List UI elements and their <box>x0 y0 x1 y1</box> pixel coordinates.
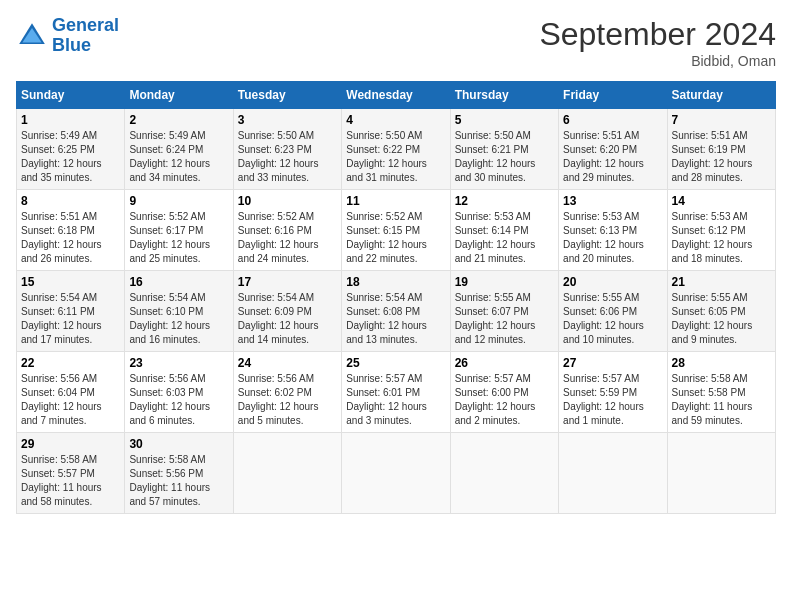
calendar-row: 22Sunrise: 5:56 AM Sunset: 6:04 PM Dayli… <box>17 352 776 433</box>
day-number: 7 <box>672 113 771 127</box>
calendar-body: 1Sunrise: 5:49 AM Sunset: 6:25 PM Daylig… <box>17 109 776 514</box>
page-header: General Blue September 2024 Bidbid, Oman <box>16 16 776 69</box>
table-row: 26Sunrise: 5:57 AM Sunset: 6:00 PM Dayli… <box>450 352 558 433</box>
day-info: Sunrise: 5:53 AM Sunset: 6:12 PM Dayligh… <box>672 210 771 266</box>
col-monday: Monday <box>125 82 233 109</box>
table-row: 5Sunrise: 5:50 AM Sunset: 6:21 PM Daylig… <box>450 109 558 190</box>
day-number: 13 <box>563 194 662 208</box>
table-row: 22Sunrise: 5:56 AM Sunset: 6:04 PM Dayli… <box>17 352 125 433</box>
day-number: 6 <box>563 113 662 127</box>
col-wednesday: Wednesday <box>342 82 450 109</box>
day-info: Sunrise: 5:55 AM Sunset: 6:06 PM Dayligh… <box>563 291 662 347</box>
day-info: Sunrise: 5:56 AM Sunset: 6:03 PM Dayligh… <box>129 372 228 428</box>
col-friday: Friday <box>559 82 667 109</box>
day-info: Sunrise: 5:54 AM Sunset: 6:08 PM Dayligh… <box>346 291 445 347</box>
day-number: 16 <box>129 275 228 289</box>
header-row: Sunday Monday Tuesday Wednesday Thursday… <box>17 82 776 109</box>
day-info: Sunrise: 5:58 AM Sunset: 5:57 PM Dayligh… <box>21 453 120 509</box>
day-info: Sunrise: 5:52 AM Sunset: 6:15 PM Dayligh… <box>346 210 445 266</box>
day-info: Sunrise: 5:51 AM Sunset: 6:20 PM Dayligh… <box>563 129 662 185</box>
table-row: 4Sunrise: 5:50 AM Sunset: 6:22 PM Daylig… <box>342 109 450 190</box>
day-info: Sunrise: 5:58 AM Sunset: 5:58 PM Dayligh… <box>672 372 771 428</box>
table-row: 11Sunrise: 5:52 AM Sunset: 6:15 PM Dayli… <box>342 190 450 271</box>
day-info: Sunrise: 5:49 AM Sunset: 6:24 PM Dayligh… <box>129 129 228 185</box>
day-number: 27 <box>563 356 662 370</box>
table-row: 10Sunrise: 5:52 AM Sunset: 6:16 PM Dayli… <box>233 190 341 271</box>
calendar-row: 15Sunrise: 5:54 AM Sunset: 6:11 PM Dayli… <box>17 271 776 352</box>
table-row: 6Sunrise: 5:51 AM Sunset: 6:20 PM Daylig… <box>559 109 667 190</box>
table-row: 25Sunrise: 5:57 AM Sunset: 6:01 PM Dayli… <box>342 352 450 433</box>
col-sunday: Sunday <box>17 82 125 109</box>
day-info: Sunrise: 5:49 AM Sunset: 6:25 PM Dayligh… <box>21 129 120 185</box>
day-info: Sunrise: 5:53 AM Sunset: 6:13 PM Dayligh… <box>563 210 662 266</box>
table-row: 21Sunrise: 5:55 AM Sunset: 6:05 PM Dayli… <box>667 271 775 352</box>
title-area: September 2024 Bidbid, Oman <box>539 16 776 69</box>
calendar-row: 1Sunrise: 5:49 AM Sunset: 6:25 PM Daylig… <box>17 109 776 190</box>
day-info: Sunrise: 5:58 AM Sunset: 5:56 PM Dayligh… <box>129 453 228 509</box>
table-row <box>667 433 775 514</box>
calendar-table: Sunday Monday Tuesday Wednesday Thursday… <box>16 81 776 514</box>
col-thursday: Thursday <box>450 82 558 109</box>
day-info: Sunrise: 5:54 AM Sunset: 6:09 PM Dayligh… <box>238 291 337 347</box>
day-number: 8 <box>21 194 120 208</box>
day-number: 21 <box>672 275 771 289</box>
day-number: 22 <box>21 356 120 370</box>
table-row: 8Sunrise: 5:51 AM Sunset: 6:18 PM Daylig… <box>17 190 125 271</box>
table-row <box>559 433 667 514</box>
day-number: 3 <box>238 113 337 127</box>
day-info: Sunrise: 5:55 AM Sunset: 6:07 PM Dayligh… <box>455 291 554 347</box>
day-info: Sunrise: 5:51 AM Sunset: 6:19 PM Dayligh… <box>672 129 771 185</box>
day-info: Sunrise: 5:50 AM Sunset: 6:21 PM Dayligh… <box>455 129 554 185</box>
day-info: Sunrise: 5:52 AM Sunset: 6:17 PM Dayligh… <box>129 210 228 266</box>
table-row: 19Sunrise: 5:55 AM Sunset: 6:07 PM Dayli… <box>450 271 558 352</box>
day-number: 4 <box>346 113 445 127</box>
table-row: 27Sunrise: 5:57 AM Sunset: 5:59 PM Dayli… <box>559 352 667 433</box>
day-number: 15 <box>21 275 120 289</box>
day-number: 18 <box>346 275 445 289</box>
table-row: 17Sunrise: 5:54 AM Sunset: 6:09 PM Dayli… <box>233 271 341 352</box>
day-number: 5 <box>455 113 554 127</box>
day-info: Sunrise: 5:57 AM Sunset: 5:59 PM Dayligh… <box>563 372 662 428</box>
day-info: Sunrise: 5:57 AM Sunset: 6:00 PM Dayligh… <box>455 372 554 428</box>
day-number: 17 <box>238 275 337 289</box>
day-number: 12 <box>455 194 554 208</box>
day-number: 14 <box>672 194 771 208</box>
col-saturday: Saturday <box>667 82 775 109</box>
logo: General Blue <box>16 16 119 56</box>
table-row: 16Sunrise: 5:54 AM Sunset: 6:10 PM Dayli… <box>125 271 233 352</box>
table-row: 23Sunrise: 5:56 AM Sunset: 6:03 PM Dayli… <box>125 352 233 433</box>
day-number: 23 <box>129 356 228 370</box>
table-row: 9Sunrise: 5:52 AM Sunset: 6:17 PM Daylig… <box>125 190 233 271</box>
table-row: 28Sunrise: 5:58 AM Sunset: 5:58 PM Dayli… <box>667 352 775 433</box>
logo-icon <box>16 20 48 52</box>
table-row: 1Sunrise: 5:49 AM Sunset: 6:25 PM Daylig… <box>17 109 125 190</box>
day-number: 20 <box>563 275 662 289</box>
day-number: 10 <box>238 194 337 208</box>
day-number: 25 <box>346 356 445 370</box>
table-row: 18Sunrise: 5:54 AM Sunset: 6:08 PM Dayli… <box>342 271 450 352</box>
day-number: 30 <box>129 437 228 451</box>
day-info: Sunrise: 5:55 AM Sunset: 6:05 PM Dayligh… <box>672 291 771 347</box>
table-row <box>450 433 558 514</box>
day-info: Sunrise: 5:51 AM Sunset: 6:18 PM Dayligh… <box>21 210 120 266</box>
day-info: Sunrise: 5:50 AM Sunset: 6:22 PM Dayligh… <box>346 129 445 185</box>
day-number: 24 <box>238 356 337 370</box>
table-row <box>342 433 450 514</box>
day-info: Sunrise: 5:53 AM Sunset: 6:14 PM Dayligh… <box>455 210 554 266</box>
location-subtitle: Bidbid, Oman <box>539 53 776 69</box>
day-number: 19 <box>455 275 554 289</box>
day-info: Sunrise: 5:57 AM Sunset: 6:01 PM Dayligh… <box>346 372 445 428</box>
table-row: 2Sunrise: 5:49 AM Sunset: 6:24 PM Daylig… <box>125 109 233 190</box>
day-info: Sunrise: 5:54 AM Sunset: 6:11 PM Dayligh… <box>21 291 120 347</box>
day-number: 2 <box>129 113 228 127</box>
table-row: 14Sunrise: 5:53 AM Sunset: 6:12 PM Dayli… <box>667 190 775 271</box>
table-row: 20Sunrise: 5:55 AM Sunset: 6:06 PM Dayli… <box>559 271 667 352</box>
table-row: 29Sunrise: 5:58 AM Sunset: 5:57 PM Dayli… <box>17 433 125 514</box>
day-number: 26 <box>455 356 554 370</box>
table-row: 15Sunrise: 5:54 AM Sunset: 6:11 PM Dayli… <box>17 271 125 352</box>
day-info: Sunrise: 5:56 AM Sunset: 6:04 PM Dayligh… <box>21 372 120 428</box>
table-row <box>233 433 341 514</box>
table-row: 12Sunrise: 5:53 AM Sunset: 6:14 PM Dayli… <box>450 190 558 271</box>
table-row: 30Sunrise: 5:58 AM Sunset: 5:56 PM Dayli… <box>125 433 233 514</box>
table-row: 7Sunrise: 5:51 AM Sunset: 6:19 PM Daylig… <box>667 109 775 190</box>
